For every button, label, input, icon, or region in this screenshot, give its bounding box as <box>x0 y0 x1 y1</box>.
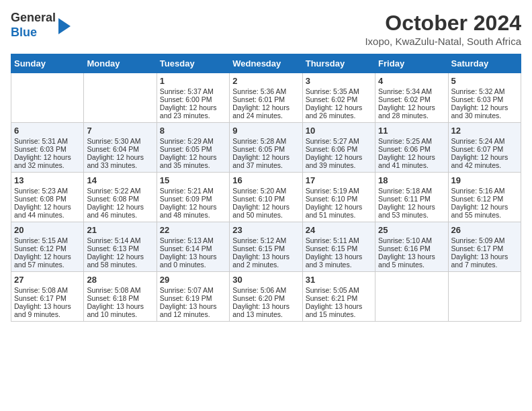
day-info: Sunset: 6:19 PM <box>160 294 226 302</box>
day-info: Sunrise: 5:09 AM <box>451 236 518 244</box>
day-number: 6 <box>14 126 81 136</box>
day-info: Sunset: 6:08 PM <box>14 195 81 203</box>
day-info: Daylight: 13 hours and 0 minutes. <box>160 253 226 269</box>
day-number: 14 <box>87 175 153 185</box>
day-info: Sunset: 6:03 PM <box>14 145 81 153</box>
calendar-cell <box>11 73 84 123</box>
day-info: Sunrise: 5:11 AM <box>306 236 372 244</box>
day-info: Sunrise: 5:10 AM <box>378 236 445 244</box>
day-number: 24 <box>306 225 372 235</box>
week-row: 6Sunrise: 5:31 AMSunset: 6:03 PMDaylight… <box>11 123 521 173</box>
day-info: Sunrise: 5:32 AM <box>451 87 518 95</box>
calendar-cell: 20Sunrise: 5:15 AMSunset: 6:12 PMDayligh… <box>11 222 84 272</box>
day-info: Sunrise: 5:30 AM <box>87 137 153 145</box>
day-header-monday: Monday <box>84 54 157 73</box>
day-header-sunday: Sunday <box>11 54 84 73</box>
day-info: Sunset: 6:00 PM <box>160 95 226 103</box>
day-info: Sunrise: 5:07 AM <box>160 286 226 294</box>
day-info: Daylight: 12 hours and 46 minutes. <box>87 203 153 219</box>
calendar-cell <box>375 272 448 322</box>
day-info: Sunrise: 5:22 AM <box>87 187 153 195</box>
day-info: Daylight: 12 hours and 24 minutes. <box>232 103 299 120</box>
calendar-cell: 7Sunrise: 5:30 AMSunset: 6:04 PMDaylight… <box>84 123 157 173</box>
day-header-thursday: Thursday <box>302 54 375 73</box>
day-number: 25 <box>378 225 445 235</box>
calendar-cell: 11Sunrise: 5:25 AMSunset: 6:06 PMDayligh… <box>375 123 448 173</box>
day-info: Sunrise: 5:20 AM <box>232 187 299 195</box>
day-header-friday: Friday <box>375 54 448 73</box>
day-number: 3 <box>306 76 372 86</box>
calendar-cell: 17Sunrise: 5:19 AMSunset: 6:10 PMDayligh… <box>302 173 375 222</box>
calendar-cell: 29Sunrise: 5:07 AMSunset: 6:19 PMDayligh… <box>157 272 229 322</box>
calendar-table: SundayMondayTuesdayWednesdayThursdayFrid… <box>11 54 521 322</box>
day-number: 17 <box>306 175 372 185</box>
day-info: Sunrise: 5:12 AM <box>232 236 299 244</box>
day-info: Daylight: 12 hours and 35 minutes. <box>160 153 226 169</box>
calendar-cell: 30Sunrise: 5:06 AMSunset: 6:20 PMDayligh… <box>230 272 302 322</box>
day-number: 1 <box>160 76 226 86</box>
day-info: Daylight: 12 hours and 26 minutes. <box>306 103 372 120</box>
day-number: 20 <box>14 225 81 235</box>
week-row: 1Sunrise: 5:37 AMSunset: 6:00 PMDaylight… <box>11 73 521 123</box>
day-info: Sunset: 6:14 PM <box>160 244 226 253</box>
day-number: 12 <box>451 126 518 136</box>
day-header-saturday: Saturday <box>448 54 521 73</box>
day-header-wednesday: Wednesday <box>230 54 302 73</box>
calendar-cell: 23Sunrise: 5:12 AMSunset: 6:15 PMDayligh… <box>230 222 302 272</box>
day-info: Daylight: 12 hours and 39 minutes. <box>306 153 372 169</box>
day-number: 22 <box>160 225 226 235</box>
day-headers-row: SundayMondayTuesdayWednesdayThursdayFrid… <box>11 54 521 73</box>
calendar-cell: 2Sunrise: 5:36 AMSunset: 6:01 PMDaylight… <box>230 73 302 123</box>
calendar-cell: 13Sunrise: 5:23 AMSunset: 6:08 PMDayligh… <box>11 173 84 222</box>
day-info: Sunset: 6:21 PM <box>306 294 372 302</box>
day-info: Sunset: 6:09 PM <box>160 195 226 203</box>
day-number: 27 <box>14 275 81 285</box>
day-info: Sunset: 6:15 PM <box>232 244 299 253</box>
day-number: 9 <box>232 126 299 136</box>
logo-blue: Blue <box>11 26 37 39</box>
day-number: 19 <box>451 175 518 185</box>
day-info: Daylight: 13 hours and 5 minutes. <box>378 253 445 269</box>
day-info: Sunrise: 5:18 AM <box>378 187 445 195</box>
day-info: Daylight: 13 hours and 10 minutes. <box>87 302 153 318</box>
day-info: Sunset: 6:16 PM <box>378 244 445 253</box>
day-info: Sunset: 6:15 PM <box>306 244 372 253</box>
week-row: 27Sunrise: 5:08 AMSunset: 6:17 PMDayligh… <box>11 272 521 322</box>
calendar-cell: 6Sunrise: 5:31 AMSunset: 6:03 PMDaylight… <box>11 123 84 173</box>
day-info: Sunset: 6:06 PM <box>306 145 372 153</box>
calendar-cell: 27Sunrise: 5:08 AMSunset: 6:17 PMDayligh… <box>11 272 84 322</box>
day-number: 31 <box>306 275 372 285</box>
day-info: Daylight: 12 hours and 48 minutes. <box>160 203 226 219</box>
day-info: Sunset: 6:06 PM <box>378 145 445 153</box>
day-info: Daylight: 12 hours and 30 minutes. <box>451 103 518 120</box>
calendar-cell: 19Sunrise: 5:16 AMSunset: 6:12 PMDayligh… <box>448 173 521 222</box>
day-info: Sunset: 6:04 PM <box>87 145 153 153</box>
day-header-tuesday: Tuesday <box>157 54 229 73</box>
day-info: Sunset: 6:08 PM <box>87 195 153 203</box>
calendar-cell: 15Sunrise: 5:21 AMSunset: 6:09 PMDayligh… <box>157 173 229 222</box>
day-info: Daylight: 13 hours and 13 minutes. <box>232 302 299 318</box>
day-info: Sunset: 6:05 PM <box>232 145 299 153</box>
day-number: 16 <box>232 175 299 185</box>
day-info: Sunrise: 5:37 AM <box>160 87 226 95</box>
logo-general: General <box>11 11 56 24</box>
day-number: 30 <box>232 275 299 285</box>
day-info: Sunrise: 5:23 AM <box>14 187 81 195</box>
day-info: Sunrise: 5:08 AM <box>87 286 153 294</box>
calendar-cell: 24Sunrise: 5:11 AMSunset: 6:15 PMDayligh… <box>302 222 375 272</box>
calendar-cell: 28Sunrise: 5:08 AMSunset: 6:18 PMDayligh… <box>84 272 157 322</box>
day-info: Sunrise: 5:35 AM <box>306 87 372 95</box>
day-info: Sunrise: 5:24 AM <box>451 137 518 145</box>
day-info: Sunset: 6:12 PM <box>451 195 518 203</box>
day-info: Daylight: 12 hours and 58 minutes. <box>87 253 153 269</box>
calendar-cell: 12Sunrise: 5:24 AMSunset: 6:07 PMDayligh… <box>448 123 521 173</box>
day-info: Sunset: 6:01 PM <box>232 95 299 103</box>
day-info: Daylight: 13 hours and 12 minutes. <box>160 302 226 318</box>
day-number: 23 <box>232 225 299 235</box>
day-number: 15 <box>160 175 226 185</box>
calendar-cell: 4Sunrise: 5:34 AMSunset: 6:02 PMDaylight… <box>375 73 448 123</box>
calendar-cell: 16Sunrise: 5:20 AMSunset: 6:10 PMDayligh… <box>230 173 302 222</box>
page-subtitle: Ixopo, KwaZulu-Natal, South Africa <box>365 36 521 47</box>
day-number: 4 <box>378 76 445 86</box>
day-info: Sunset: 6:02 PM <box>306 95 372 103</box>
